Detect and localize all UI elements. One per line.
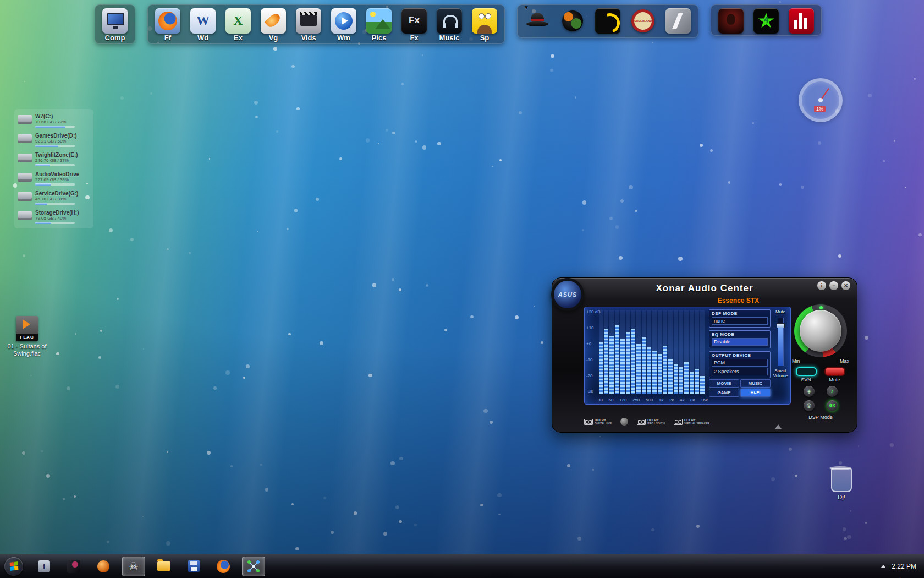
smart-volume-label: Smart Volume <box>772 368 789 378</box>
svn-label: SVN <box>801 377 811 383</box>
dragon-icon <box>595 8 620 34</box>
hdd-icon <box>18 173 32 182</box>
taskbar-explorer-button[interactable] <box>153 557 175 576</box>
hidden-icons-arrow[interactable] <box>881 565 886 568</box>
cpu-gauge-gadget[interactable]: 1% <box>799 78 843 122</box>
drive-row[interactable]: ServiceDrive(G:)45.78 GB / 31% <box>18 190 90 205</box>
mute-label: Mute <box>772 309 789 314</box>
hat-icon <box>525 8 550 34</box>
mode-hifi-button[interactable]: Hi-Fi <box>740 389 771 397</box>
drive-row[interactable]: GamesDrive(D:)92.21 GB / 58% <box>18 133 90 147</box>
gauge-value: 1% <box>814 106 826 112</box>
smart-volume-slider[interactable] <box>778 318 784 366</box>
mute-button-label: Mute <box>829 377 840 383</box>
svn-button[interactable] <box>796 367 817 376</box>
window-buttons: i − ✕ <box>817 281 850 290</box>
gx-button[interactable]: GX <box>827 400 838 411</box>
taskbar-skull-player-button[interactable]: ☠ <box>122 557 145 576</box>
dock-item-label: Music <box>435 34 464 42</box>
dock-item-videos[interactable]: Vids <box>294 8 323 42</box>
taskbar-media-app-button[interactable] <box>63 557 85 576</box>
headphones-icon <box>437 8 462 34</box>
dock-item-pictures[interactable]: Pics <box>365 8 393 42</box>
hdd-icon <box>18 134 32 143</box>
taskbar-amber-orb-button[interactable] <box>92 557 114 576</box>
hdd-icon <box>18 115 32 124</box>
dock-item-vg[interactable]: Vg <box>259 8 288 42</box>
hdd-icon <box>18 192 32 201</box>
drive-row[interactable]: AudioVideoDrive227.69 GB / 39% <box>18 171 90 186</box>
dock-item-simpsons[interactable]: Sp <box>470 8 499 42</box>
drive-usage-bar <box>35 126 75 128</box>
clock[interactable]: 2:22 PM <box>892 563 916 570</box>
popup-arrow-button[interactable] <box>775 424 782 429</box>
floppy-icon <box>188 560 200 572</box>
speaker-config-button[interactable]: ◈ <box>804 386 815 397</box>
dock-item-music[interactable]: Music <box>435 8 464 42</box>
speaker-config-select[interactable]: 2 Speakers <box>712 368 768 375</box>
portrait-icon <box>718 8 744 34</box>
dock-overflow-arrow[interactable]: ▼ <box>524 4 529 10</box>
start-button[interactable] <box>4 557 23 576</box>
audio-note-button[interactable]: ♪ <box>827 386 838 397</box>
slider-handle[interactable] <box>777 323 785 328</box>
word-icon: W <box>190 8 216 34</box>
output-device-box: OUTPUT DEVICE PCM 2 Speakers <box>709 351 771 378</box>
dock-item-excel[interactable]: X Ex <box>224 8 252 42</box>
flac-file-label: 01 - Sultans of Swing.flac <box>6 343 48 357</box>
dock-item-media-player[interactable]: Wm <box>329 8 358 42</box>
window-title: Xonar Audio Center <box>552 283 857 294</box>
dock-item-onlive[interactable] <box>664 8 692 36</box>
dock-item-red-eq[interactable] <box>787 8 816 34</box>
mute-button[interactable] <box>824 367 845 376</box>
dock-item-firefox[interactable]: Ff <box>153 8 182 42</box>
recycle-bin-icon <box>831 468 852 492</box>
output-device-select[interactable]: PCM <box>712 359 768 367</box>
dock-item-borderlands[interactable]: BORDERLANDS <box>629 8 657 36</box>
dock-item-word[interactable]: W Wd <box>189 8 217 42</box>
mode-movie-button[interactable]: MOVIE <box>709 379 739 388</box>
drive-usage-bar <box>35 183 75 186</box>
info-button[interactable]: i <box>817 281 826 290</box>
taskbar-firefox-button[interactable] <box>212 557 234 576</box>
dock-item-fx[interactable]: Fx Fx <box>400 8 428 42</box>
xonar-audio-center-window: ASUS Xonar Audio Center Essence STX i − … <box>552 277 857 433</box>
mode-music-button[interactable]: MUSIC <box>740 379 771 388</box>
mode-game-button[interactable]: GAME <box>709 389 739 397</box>
double-d-icon <box>674 419 683 425</box>
volume-knob[interactable] <box>794 304 847 357</box>
dock-item-computer[interactable]: Comp <box>101 8 129 42</box>
drive-usage-bar <box>35 203 75 205</box>
taskbar-save-app-button[interactable] <box>183 557 205 576</box>
desktop-icon-recycle-bin[interactable]: Dj! <box>824 468 859 501</box>
drive-row[interactable]: TwighlitZone(E:)246.76 GB / 37% <box>18 152 90 166</box>
smart-volume-column: Mute Smart Volume <box>772 309 789 402</box>
channel-button[interactable]: ◎ <box>804 400 815 411</box>
dock-item-label: Sp <box>470 34 499 42</box>
round-badge-icon <box>620 418 628 426</box>
eq-mode-select[interactable]: Disable <box>712 338 768 346</box>
dock-item-label: Comp <box>101 34 129 42</box>
dsp-mode-select[interactable]: none <box>712 317 768 325</box>
minimize-button[interactable]: − <box>829 281 838 290</box>
dock-item-globe[interactable] <box>558 8 587 36</box>
dock-item-portrait[interactable] <box>717 8 745 34</box>
close-button[interactable]: ✕ <box>842 281 850 290</box>
dock-item-dragon[interactable] <box>593 8 622 36</box>
taskbar-network-map-button[interactable] <box>242 557 265 576</box>
taskbar-buttons: i ☠ <box>33 557 265 576</box>
media-app-icon <box>67 560 80 573</box>
top-dock: Comp Ff W Wd X Ex Vg Vids Wm Pics <box>95 4 822 44</box>
drive-row[interactable]: StorageDrive(H:)79.05 GB / 40% <box>18 210 90 224</box>
double-d-icon <box>584 419 593 425</box>
dock-item-star4[interactable]: 4 <box>752 8 780 34</box>
dock-item-hat[interactable] <box>523 8 552 36</box>
dock-item-label: Ex <box>224 34 252 42</box>
drive-row[interactable]: W7(C:)78.66 GB / 77% <box>18 113 90 128</box>
desktop-icon-flac-file[interactable]: FLAC 01 - Sultans of Swing.flac <box>6 316 48 357</box>
knob-led <box>820 306 823 309</box>
dock-item-label: Pics <box>365 34 393 42</box>
skull-icon: ☠ <box>129 560 138 572</box>
dolby-pro-logic-logo: DOLBYPRO LOGIC II <box>637 418 665 425</box>
taskbar-info-button[interactable]: i <box>33 557 55 576</box>
